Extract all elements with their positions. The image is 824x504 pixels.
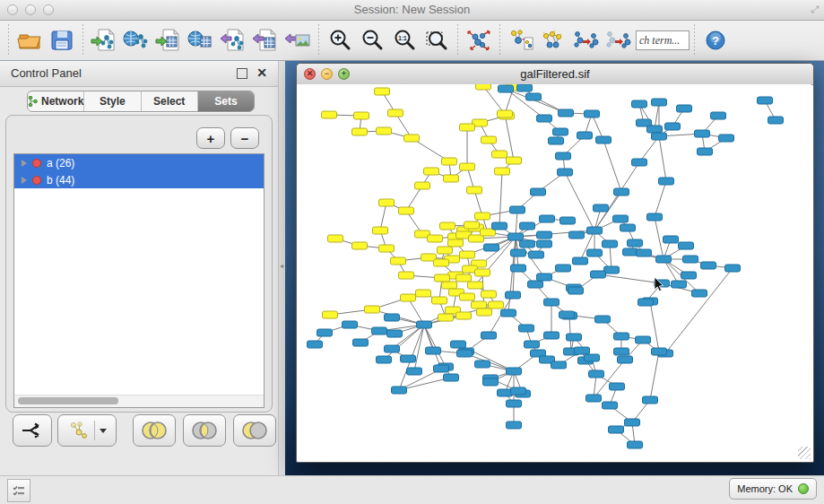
network-node[interactable]	[489, 301, 504, 308]
network-node[interactable]	[585, 110, 600, 117]
network-node[interactable]	[636, 336, 651, 343]
tab-select[interactable]: Select	[142, 91, 198, 111]
network-node[interactable]	[556, 152, 571, 160]
network-node[interactable]	[434, 259, 449, 266]
network-node[interactable]	[511, 387, 526, 395]
network-node[interactable]	[596, 136, 611, 143]
network-node[interactable]	[638, 299, 654, 306]
network-node[interactable]	[549, 137, 564, 144]
network-node[interactable]	[610, 383, 625, 390]
zoom-in-button[interactable]	[324, 22, 356, 58]
network-node[interactable]	[477, 308, 492, 316]
network-node[interactable]	[399, 207, 414, 214]
network-node[interactable]	[379, 245, 395, 252]
set-row-a[interactable]: a (26)	[14, 154, 264, 171]
network-graph[interactable]	[297, 84, 811, 460]
network-node[interactable]	[438, 314, 454, 321]
float-panel-icon[interactable]	[237, 68, 247, 79]
network-node[interactable]	[520, 240, 535, 248]
network-node[interactable]	[620, 224, 636, 231]
network-node[interactable]	[632, 159, 647, 166]
network-node[interactable]	[467, 187, 482, 194]
network-node[interactable]	[499, 85, 514, 92]
network-node[interactable]	[401, 294, 416, 301]
network-node[interactable]	[537, 274, 552, 281]
network-node[interactable]	[352, 242, 368, 249]
network-node[interactable]	[440, 222, 455, 230]
network-node[interactable]	[537, 115, 552, 122]
network-node[interactable]	[652, 348, 667, 355]
network-node[interactable]	[417, 321, 432, 328]
search-input[interactable]	[636, 30, 690, 50]
network-node[interactable]	[460, 124, 475, 131]
network-node[interactable]	[665, 123, 681, 130]
network-node[interactable]	[526, 93, 542, 100]
network-node[interactable]	[614, 333, 629, 340]
network-node[interactable]	[701, 262, 716, 269]
collapse-panel-icon[interactable]: ◂	[280, 262, 283, 270]
network-node[interactable]	[613, 215, 629, 222]
network-node[interactable]	[589, 370, 604, 378]
network-node[interactable]	[415, 182, 430, 189]
network-node[interactable]	[511, 265, 526, 272]
network-node[interactable]	[656, 256, 672, 263]
network-node[interactable]	[322, 111, 337, 118]
network-node[interactable]	[632, 100, 647, 108]
export-table-button[interactable]	[249, 22, 282, 58]
network-node[interactable]	[586, 395, 602, 402]
network-node[interactable]	[404, 135, 420, 142]
network-node[interactable]	[323, 311, 338, 318]
network-node[interactable]	[559, 109, 574, 117]
network-node[interactable]	[511, 249, 526, 256]
import-table-web-button[interactable]	[185, 22, 217, 58]
network-node[interactable]	[768, 117, 784, 124]
network-node[interactable]	[484, 244, 499, 251]
close-panel-icon[interactable]: ✕	[256, 65, 267, 80]
network-node[interactable]	[399, 272, 414, 279]
disclosure-triangle-icon[interactable]	[22, 160, 27, 167]
network-node[interactable]	[677, 105, 692, 112]
network-node[interactable]	[388, 109, 403, 117]
network-node[interactable]	[492, 222, 507, 230]
network-node[interactable]	[559, 311, 575, 318]
network-node[interactable]	[343, 321, 358, 328]
network-node[interactable]	[442, 282, 457, 289]
network-node[interactable]	[507, 400, 522, 407]
network-node[interactable]	[587, 249, 603, 256]
network-node[interactable]	[456, 312, 472, 319]
network-node[interactable]	[603, 240, 618, 248]
network-node[interactable]	[475, 269, 490, 276]
network-node[interactable]	[416, 290, 431, 297]
union-sets-button[interactable]	[133, 414, 176, 447]
network-node[interactable]	[643, 396, 658, 404]
network-node[interactable]	[529, 251, 544, 258]
network-node[interactable]	[460, 251, 475, 258]
memory-status-button[interactable]: Memory: OK	[729, 478, 817, 500]
network-view-window[interactable]: ✕ − + galFiltered.sif	[296, 63, 814, 463]
network-node[interactable]	[373, 227, 388, 234]
scrollbar-thumb[interactable]	[18, 397, 118, 404]
network-node[interactable]	[377, 127, 392, 135]
network-node[interactable]	[652, 99, 667, 106]
fullscreen-icon[interactable]: ⤢	[811, 4, 819, 15]
dropdown-arrow-icon[interactable]	[100, 429, 107, 433]
network-node[interactable]	[681, 272, 697, 279]
network-node[interactable]	[483, 378, 499, 386]
network-node[interactable]	[448, 239, 464, 247]
network-node[interactable]	[377, 356, 392, 363]
split-set-button[interactable]	[13, 414, 52, 447]
network-node[interactable]	[553, 128, 568, 135]
network-node[interactable]	[517, 84, 533, 91]
network-node[interactable]	[475, 213, 490, 220]
network-node[interactable]	[507, 368, 522, 375]
network-node[interactable]	[569, 231, 585, 239]
network-node[interactable]	[391, 257, 406, 265]
network-node[interactable]	[495, 168, 510, 175]
show-all-button[interactable]	[602, 22, 634, 58]
network-node[interactable]	[506, 291, 521, 299]
network-node[interactable]	[556, 265, 571, 272]
network-node[interactable]	[567, 334, 582, 341]
tab-network[interactable]: Network	[28, 91, 84, 111]
network-node[interactable]	[444, 374, 459, 381]
network-node[interactable]	[507, 157, 522, 164]
